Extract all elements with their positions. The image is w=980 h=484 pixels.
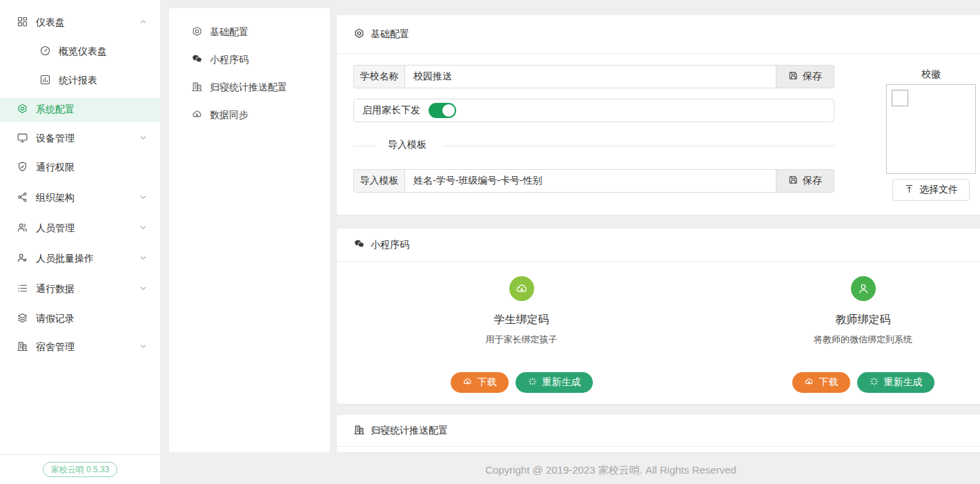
refresh-icon [527,376,538,389]
copyright-text: Copyright @ 2019-2023 家校云哨. All Rights R… [485,464,736,477]
chevron-up-icon [139,17,148,28]
sidebar-item-label: 人员批量操作 [36,253,94,265]
anchor-item-label: 小程序码 [210,54,248,66]
sidebar-item-access-data[interactable]: 通行数据 [0,278,160,301]
import-template-input[interactable] [404,169,776,193]
card-title: 小程序码 [371,239,409,251]
sidebar: 仪表盘 概览仪表盘 统计报表 系统配置 设备管理 通行 [0,0,160,484]
layers-icon [17,312,28,326]
parent-distribute-label: 启用家长下发 [362,104,420,117]
save-school-name-button[interactable]: 保存 [776,65,834,88]
anchor-item-label: 基础配置 [210,26,248,39]
student-regenerate-button[interactable]: 重新生成 [516,372,593,393]
mini-program-code-card: 小程序码 学生绑定码 用于家长绑定孩子 下载 重新生成 [337,229,980,404]
parent-distribute-toggle[interactable] [429,103,456,118]
card-title: 基础配置 [371,28,409,41]
teacher-binding-title: 教师绑定码 [836,313,891,327]
upload-icon [904,184,914,196]
sidebar-item-dormitory-management[interactable]: 宿舍管理 [0,336,160,359]
teacher-download-button[interactable]: 下载 [792,372,850,393]
chevron-down-icon [139,253,148,264]
chevron-down-icon [139,223,148,234]
list-icon [17,282,28,296]
sidebar-item-system-config[interactable]: 系统配置 [0,98,160,122]
sidebar-item-access-permission[interactable]: 通行权限 [0,156,160,180]
dorm-push-config-card: 归寝统计推送配置 [337,415,980,452]
import-template-label: 导入模板 [353,169,404,193]
gear-icon [353,28,365,41]
dorm-push-config-card-header: 归寝统计推送配置 [337,415,980,447]
wechat-icon [353,238,365,252]
building-icon [17,340,28,354]
school-badge-section: 校徽 选择文件 [886,67,976,201]
school-name-label: 学校名称 [353,65,404,88]
save-icon [788,70,798,83]
sidebar-item-statistics-report[interactable]: 统计报表 [0,69,160,93]
school-badge-caption: 校徽 [886,67,976,81]
student-binding-section: 学生绑定码 用于家长绑定孩子 下载 重新生成 [351,276,692,393]
sidebar-item-label: 仪表盘 [36,17,65,29]
anchor-item-mini-program-code[interactable]: 小程序码 [169,48,330,72]
anchor-item-label: 归寝统计推送配置 [210,81,287,94]
choose-file-button[interactable]: 选择文件 [892,179,970,201]
teacher-regenerate-button[interactable]: 重新生成 [857,372,934,393]
divider-label: 导入模板 [384,139,431,151]
anchor-item-basic-config[interactable]: 基础配置 [169,21,330,44]
teacher-binding-subtitle: 将教师的微信绑定到系统 [814,333,912,346]
school-name-row: 学校名称 保存 [353,65,834,88]
anchor-item-label: 数据同步 [210,109,248,122]
anchor-menu: 基础配置 小程序码 归寝统计推送配置 数据同步 [169,8,330,452]
cloud-download-icon [804,376,814,389]
parent-distribute-row: 启用家长下发 [353,99,834,122]
student-binding-subtitle: 用于家长绑定孩子 [486,333,558,346]
sidebar-item-label: 宿舍管理 [36,341,75,354]
school-name-input[interactable] [404,65,776,88]
user-plus-icon [17,252,28,266]
version-badge: 家校云哨 0.5.33 [43,462,118,477]
image-placeholder-icon [892,90,908,106]
sidebar-item-label: 统计报表 [59,75,97,87]
student-binding-title: 学生绑定码 [494,313,549,327]
refresh-icon [869,376,879,389]
student-download-button[interactable]: 下载 [451,372,509,393]
users-icon [17,222,28,235]
chevron-down-icon [139,133,148,144]
sidebar-footer: 家校云哨 0.5.33 [0,454,160,484]
teacher-binding-section: 教师绑定码 将教师的微信绑定到系统 下载 重新生成 [692,276,980,393]
sidebar-item-label: 设备管理 [36,133,75,145]
sidebar-item-personnel-management[interactable]: 人员管理 [0,217,160,240]
sidebar-item-label: 组织架构 [36,192,75,204]
person-icon [851,276,876,301]
sidebar-item-label: 人员管理 [36,222,75,235]
grid-icon [17,16,28,30]
sidebar-item-personnel-batch[interactable]: 人员批量操作 [0,247,160,271]
save-icon [788,175,798,187]
sidebar-item-overview-dashboard[interactable]: 概览仪表盘 [0,40,160,64]
cloud-download-icon [462,376,473,389]
building-icon [353,424,365,438]
sidebar-item-dashboard[interactable]: 仪表盘 [0,11,160,35]
sidebar-item-label: 通行数据 [36,283,75,296]
monitor-icon [17,132,28,146]
basic-config-card: 基础配置 学校名称 保存 启用家长下发 导入模板 [337,15,980,215]
anchor-item-data-sync[interactable]: 数据同步 [169,104,330,127]
bar-chart-icon [39,74,51,88]
sidebar-item-device-management[interactable]: 设备管理 [0,127,160,151]
gauge-icon [39,45,51,59]
sidebar-item-leave-records[interactable]: 请假记录 [0,307,160,331]
anchor-item-dorm-push-config[interactable]: 归寝统计推送配置 [169,76,330,99]
wechat-icon [191,53,203,67]
building-icon [191,81,203,95]
sidebar-item-label: 请假记录 [36,313,75,325]
gear-icon [191,26,203,39]
sidebar-item-label: 通行权限 [36,162,75,174]
card-title: 归寝统计推送配置 [371,425,448,437]
save-import-template-button[interactable]: 保存 [776,169,834,193]
mini-program-code-card-header: 小程序码 [337,229,980,262]
school-badge-preview [886,84,976,174]
sidebar-item-organization[interactable]: 组织架构 [0,186,160,210]
import-template-row: 导入模板 保存 [353,169,834,193]
import-template-divider: 导入模板 [353,146,834,146]
gear-icon [17,103,28,117]
toggle-knob [442,104,455,117]
